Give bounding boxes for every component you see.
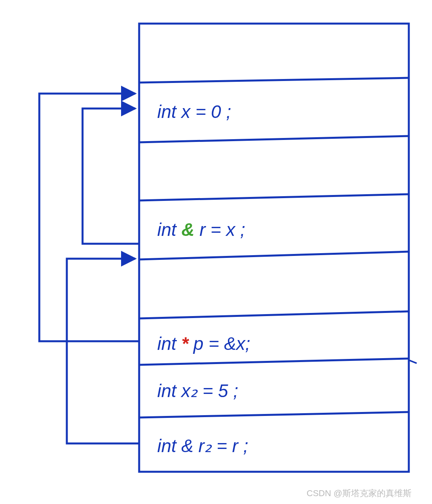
cell-int-ref-r2: int & r₂ = r ; <box>157 436 248 456</box>
cell-int-ptr-p-pre: int <box>157 333 181 354</box>
arrow-p-to-x <box>39 94 139 341</box>
memory-diagram: int x = 0 ; int & r = x ; int * p = &x; … <box>0 0 432 504</box>
divider-5 <box>139 311 409 318</box>
cell-int-ref-r-post: r = x ; <box>199 219 245 240</box>
divider-6 <box>139 359 409 365</box>
edge-tick <box>409 360 417 363</box>
cell-int-ref-r: int & r = x ; <box>157 219 245 240</box>
cell-int-ref-r2-text: int & r₂ = r ; <box>157 436 248 456</box>
cell-int-x-text: int x = 0 ; <box>157 101 231 122</box>
cell-int-ref-r-pre: int <box>157 219 181 240</box>
asterisk-icon: * <box>181 333 189 354</box>
divider-1 <box>139 78 409 83</box>
cell-int-ptr-p: int * p = &x; <box>157 333 250 354</box>
divider-3 <box>139 194 409 200</box>
arrow-r2-to-r <box>67 259 139 443</box>
cell-int-ptr-p-post: p = &x; <box>193 333 250 354</box>
cell-int-x2: int x₂ = 5 ; <box>157 381 238 401</box>
arrow-r-to-x <box>83 109 139 244</box>
divider-7 <box>139 412 409 418</box>
cell-int-x2-text: int x₂ = 5 ; <box>157 381 238 401</box>
divider-2 <box>139 136 409 142</box>
watermark-text: CSDN @斯塔克家的真维斯 <box>307 488 412 498</box>
ampersand-icon: & <box>181 219 194 240</box>
memory-box <box>139 24 409 472</box>
cell-int-x: int x = 0 ; <box>157 101 231 122</box>
divider-4 <box>139 252 409 259</box>
